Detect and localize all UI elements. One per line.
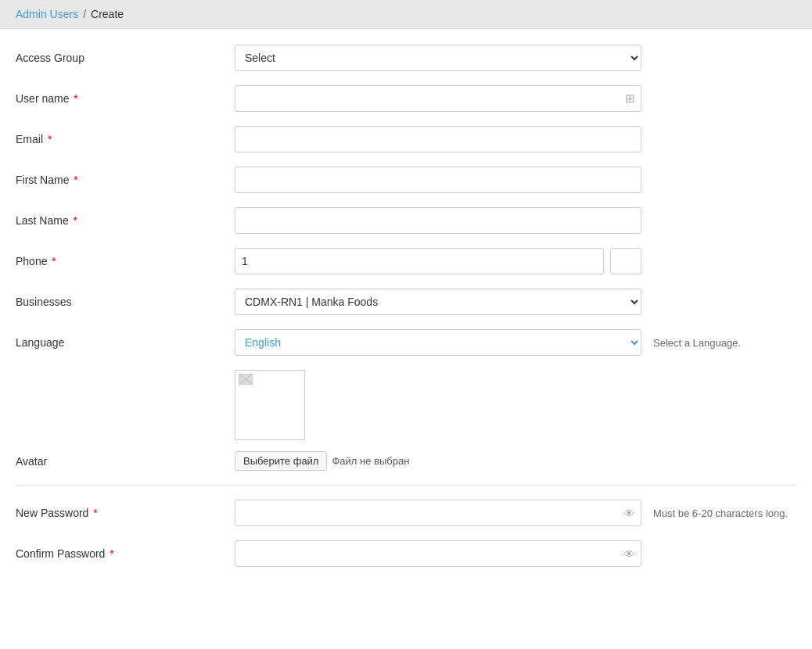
email-input[interactable] <box>235 126 641 152</box>
language-row: Language English Select a Language. <box>16 329 796 356</box>
phone-country-input[interactable]: 1 <box>235 248 604 274</box>
confirm-password-input[interactable] <box>235 540 641 567</box>
phone-control: 1 <box>235 248 641 274</box>
last-name-input[interactable] <box>235 207 641 234</box>
new-password-control: 👁 <box>235 500 641 526</box>
businesses-control: CDMX-RN1 | Manka Foods <box>235 289 641 315</box>
email-row: Email * <box>16 126 796 152</box>
language-hint: Select a Language. <box>653 337 741 349</box>
confirm-password-label: Confirm Password * <box>16 547 235 560</box>
new-password-label: New Password * <box>16 507 235 519</box>
access-group-select[interactable]: Select <box>235 45 641 71</box>
last-name-row: Last Name * <box>16 207 796 234</box>
avatar-preview-row <box>16 370 796 446</box>
avatar-control: Выберите файл Файл не выбран <box>235 451 641 471</box>
avatar-label: Avatar <box>16 455 235 468</box>
breadcrumb: Admin Users / Create <box>0 0 812 29</box>
language-label: Language <box>16 336 235 349</box>
last-name-required: * <box>70 214 77 227</box>
confirm-password-required: * <box>106 547 113 560</box>
last-name-label: Last Name * <box>16 214 235 227</box>
language-control: English <box>235 329 641 356</box>
username-input[interactable] <box>235 85 641 112</box>
file-name-text: Файл не выбран <box>332 455 409 467</box>
broken-image-icon <box>239 374 253 385</box>
file-choose-button[interactable]: Выберите файл <box>235 451 327 471</box>
phone-required: * <box>49 255 56 267</box>
file-input-wrap: Выберите файл Файл не выбран <box>235 451 641 471</box>
username-required: * <box>70 92 77 105</box>
phone-row: Phone * 1 <box>16 248 796 274</box>
breadcrumb-parent-link[interactable]: Admin Users <box>16 8 78 20</box>
confirm-password-row: Confirm Password * 👁 <box>16 540 796 567</box>
page-wrapper: Admin Users / Create Access Group Select… <box>0 0 812 649</box>
access-group-control: Select <box>235 45 641 71</box>
form-body: Access Group Select User name * ⊞ Email … <box>0 29 812 597</box>
businesses-select[interactable]: CDMX-RN1 | Manka Foods <box>235 289 641 315</box>
phone-inputs: 1 <box>235 248 641 274</box>
email-label: Email * <box>16 133 235 145</box>
username-row: User name * ⊞ <box>16 85 796 112</box>
first-name-control <box>235 167 641 193</box>
last-name-control <box>235 207 641 234</box>
first-name-required: * <box>70 174 77 186</box>
avatar-preview-box <box>235 370 305 440</box>
section-divider <box>16 485 796 486</box>
breadcrumb-separator: / <box>83 8 86 20</box>
confirm-password-control: 👁 <box>235 540 641 567</box>
new-password-required: * <box>90 507 97 519</box>
first-name-label: First Name * <box>16 174 235 186</box>
breadcrumb-current: Create <box>91 8 124 20</box>
phone-label: Phone * <box>16 255 235 267</box>
new-password-hint: Must be 6-20 characters long. <box>653 507 788 519</box>
username-control: ⊞ <box>235 85 641 112</box>
businesses-row: Businesses CDMX-RN1 | Manka Foods <box>16 289 796 315</box>
access-group-row: Access Group Select <box>16 45 796 71</box>
businesses-label: Businesses <box>16 296 235 308</box>
first-name-row: First Name * <box>16 167 796 193</box>
language-select[interactable]: English <box>235 329 641 356</box>
new-password-input[interactable] <box>235 500 641 526</box>
avatar-row: Avatar Выберите файл Файл не выбран <box>16 451 796 471</box>
avatar-preview-wrap <box>235 370 641 446</box>
access-group-label: Access Group <box>16 52 235 64</box>
email-required: * <box>45 133 52 145</box>
username-label: User name * <box>16 92 235 105</box>
first-name-input[interactable] <box>235 167 641 193</box>
email-control <box>235 126 641 152</box>
new-password-row: New Password * 👁 Must be 6-20 characters… <box>16 500 796 526</box>
phone-number-input[interactable] <box>610 248 641 274</box>
